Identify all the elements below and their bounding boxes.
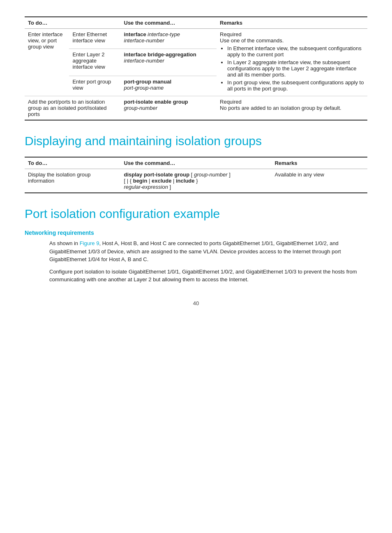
remarks-required-2: Required [220,99,242,105]
cmd-line3-post: ] [168,184,171,190]
th2-command: Use the command… [121,157,272,169]
cmd-italic-regex: regular-expression [124,184,168,190]
th2-remarks: Remarks [271,157,367,169]
cmd-bold-display: display port-isolate group [124,171,190,178]
cmd-italic1: interface-type [148,31,180,37]
table-interface-view: To do… Use the command… Remarks Enter in… [25,16,367,121]
th-remarks: Remarks [217,17,367,29]
subtask-cell-l2agg: Enter Layer 2 aggregate interface view [69,49,120,76]
cmd-cell-interface: interface interface-type interface-numbe… [121,29,217,49]
td-display-cmd: display port-isolate group [ group-numbe… [121,169,272,193]
cmd-bold-bridge: interface bridge-aggregation [124,51,196,58]
table-row-isolate: Add the port/ports to an isolation group… [25,96,367,121]
remarks-list: In Ethernet interface view, the subseque… [220,45,364,92]
remarks-required: Required [220,31,242,37]
todo-cell-interface: Enter interface view, or port group view [25,29,69,96]
para-1: As shown in Figure 9, Host A, Host B, an… [49,239,367,264]
remark-item-1: In Ethernet interface view, the subseque… [227,45,364,58]
cmd-bracket-close: ] [228,171,231,178]
cmd-line2-post: } [195,178,198,184]
cmd-sep2: | [171,178,176,184]
section-heading-port-isolation: Port isolation configuration example [25,206,367,221]
table-display-isolation: To do… Use the command… Remarks Display … [25,157,367,193]
page-number: 40 [25,300,367,306]
para-2: Configure port isolation to isolate Giga… [49,268,367,284]
todo-cell-isolate: Add the port/ports to an isolation group… [25,96,121,121]
cmd-bold-include: include [176,178,195,184]
cmd-italic2: interface-number [124,37,164,44]
cmd-cell-isolate: port-isolate enable group group-number [121,96,217,121]
table-row: Enter interface view, or port group view… [25,29,367,49]
cmd-bold-begin: begin [133,178,148,184]
cmd-italic-pg: port-group-name [124,85,164,91]
section-heading-display: Displaying and maintaining isolation gro… [25,134,367,148]
remarks-sub: Use one of the commands. [220,37,284,44]
cmd-cell-bridge-agg: interface bridge-aggregation interface-n… [121,49,217,76]
cmd-bold-pg: port-group manual [124,79,172,85]
figure-9-link[interactable]: Figure 9 [80,240,99,246]
cmd-bracket-open: [ [189,171,194,178]
cmd-bold-isolate: port-isolate enable group [124,99,188,105]
cmd-bold: interface [124,31,146,37]
th-command: Use the command… [121,17,217,29]
remark-item-2: In Layer 2 aggregate interface view, the… [227,59,364,78]
subsection-networking-req: Networking requirements [25,229,367,236]
cmd-cell-portgroup: port-group manual port-group-name [121,76,217,96]
td-display-todo: Display the isolation group information [25,169,121,193]
th2-todo: To do… [25,157,121,169]
cmd-italic-isolate: group-number [124,105,158,111]
cmd-bold-exclude: exclude [152,178,171,184]
subtask-cell-portgroup: Enter port group view [69,76,120,96]
cmd-italic-groupnum: group-number [194,171,228,178]
remarks-cell-interface: Required Use one of the commands. In Eth… [217,29,367,96]
cmd-sep1: | [147,178,152,184]
td-display-remarks: Available in any view [271,169,367,193]
subtask-cell-ethernet: Enter Ethernet interface view [69,29,120,49]
remarks-sub-2: No ports are added to an isolation group… [220,105,341,111]
cmd-line2-pre: [ | { [124,178,133,184]
table-row-display: Display the isolation group information … [25,169,367,193]
cmd-italic-bridge: interface-number [124,58,164,64]
th-todo: To do… [25,17,121,29]
remarks-cell-isolate: Required No ports are added to an isolat… [217,96,367,121]
remark-item-3: In port group view, the subsequent confi… [227,79,364,92]
